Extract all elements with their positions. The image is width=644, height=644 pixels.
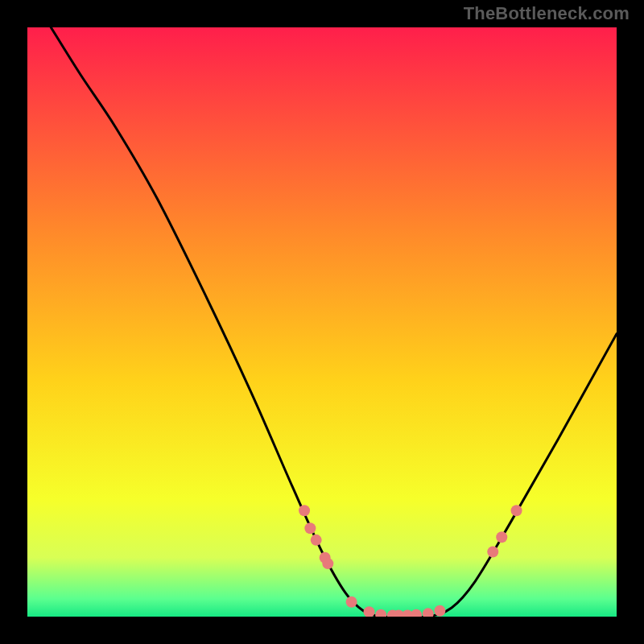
data-marker	[511, 505, 522, 516]
data-marker	[346, 597, 357, 608]
data-marker	[311, 535, 322, 546]
data-marker	[434, 605, 445, 617]
data-marker	[496, 531, 507, 543]
data-marker	[487, 546, 498, 557]
data-marker	[322, 558, 333, 569]
watermark-text: TheBottleneck.com	[464, 3, 630, 24]
data-marker	[299, 505, 310, 516]
gradient-background	[27, 27, 617, 617]
plot-area	[27, 27, 617, 617]
data-marker	[304, 522, 316, 534]
chart-frame: TheBottleneck.com	[0, 0, 644, 644]
bottleneck-chart	[27, 27, 617, 617]
